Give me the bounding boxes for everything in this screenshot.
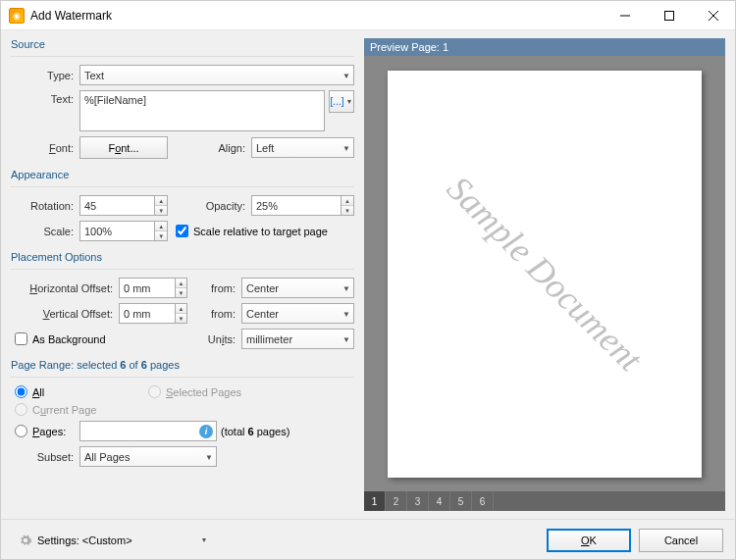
- placement-title: Placement Options: [11, 251, 354, 263]
- range-current-label: Current Page: [32, 404, 96, 416]
- opacity-spinner[interactable]: ▲▼: [251, 195, 354, 216]
- page-tab-1[interactable]: 1: [364, 491, 386, 511]
- as-background-label: As Background: [32, 333, 106, 345]
- scale-relative-label: Scale relative to target page: [193, 226, 328, 237]
- hoff-spinner[interactable]: ▲▼: [119, 278, 187, 298]
- spin-down-icon[interactable]: ▼: [342, 206, 353, 215]
- range-pages-input[interactable]: [79, 421, 217, 441]
- window-title: Add Watermark: [30, 9, 603, 23]
- rotation-spinner[interactable]: ▲▼: [79, 195, 168, 216]
- scale-spinner[interactable]: ▲▼: [79, 221, 168, 241]
- spin-up-icon[interactable]: ▲: [155, 196, 167, 206]
- units-label: Units:: [187, 333, 241, 345]
- subset-select[interactable]: ▼: [79, 446, 217, 467]
- vfrom-select[interactable]: ▼: [241, 303, 354, 324]
- spin-up-icon[interactable]: ▲: [176, 279, 186, 288]
- range-total-label: (total 6 pages): [221, 426, 289, 437]
- type-label: Type:: [11, 70, 79, 81]
- settings-label: Settings:: [37, 535, 79, 546]
- voff-label: Vertical Offset:: [11, 308, 119, 320]
- cancel-button[interactable]: Cancel: [639, 529, 723, 552]
- font-button[interactable]: Font...: [79, 136, 168, 159]
- svg-rect-0: [664, 11, 673, 20]
- ok-button[interactable]: OK: [547, 529, 631, 552]
- titlebar: ◉ Add Watermark: [1, 1, 735, 30]
- range-pages-radio[interactable]: [15, 425, 27, 437]
- as-background-checkbox[interactable]: [15, 332, 27, 345]
- minimize-button[interactable]: [603, 1, 647, 29]
- page-tab-2[interactable]: 2: [386, 491, 407, 511]
- text-input[interactable]: %[FileName]: [79, 90, 325, 131]
- settings-value: <Custom>: [82, 535, 132, 546]
- rotation-label: Rotation:: [11, 200, 79, 212]
- hfrom-label: from:: [187, 282, 241, 294]
- type-select[interactable]: ▼: [79, 65, 354, 85]
- align-label: Align:: [168, 142, 251, 154]
- maximize-button[interactable]: [647, 1, 691, 29]
- appearance-group: Appearance Rotation: ▲▼ Opacity: ▲▼ Scal…: [11, 169, 354, 241]
- placement-group: Placement Options Horizontal Offset: ▲▼ …: [11, 251, 354, 349]
- spin-up-icon[interactable]: ▲: [155, 222, 167, 231]
- range-selected-radio: [148, 385, 161, 398]
- source-title: Source: [11, 38, 354, 50]
- close-icon: [709, 11, 718, 21]
- spin-up-icon[interactable]: ▲: [176, 304, 186, 314]
- gear-icon: [18, 533, 33, 548]
- subset-label: Subset:: [11, 451, 79, 463]
- range-selected-label: Selected Pages: [166, 386, 241, 398]
- preview-page: Sample Document: [388, 71, 702, 478]
- range-group: Page Range: selected 6 of 6 pages All Se…: [11, 359, 354, 467]
- spin-down-icon[interactable]: ▼: [176, 314, 186, 323]
- footer: Settings: <Custom> ▼ OK Cancel: [1, 519, 735, 560]
- app-icon: ◉: [9, 8, 25, 24]
- font-label: Font:: [11, 142, 79, 154]
- scale-label: Scale:: [11, 226, 79, 237]
- spin-down-icon[interactable]: ▼: [176, 288, 186, 297]
- spin-up-icon[interactable]: ▲: [342, 196, 353, 206]
- preview-page-tabs: 1 2 3 4 5 6: [364, 491, 725, 511]
- chevron-down-icon: ▼: [201, 536, 208, 543]
- scale-relative-checkbox[interactable]: [176, 225, 188, 237]
- spin-down-icon[interactable]: ▼: [155, 231, 167, 240]
- source-group: Source Type: ▼ Text: %[FileName] [...]▼ …: [11, 38, 354, 159]
- range-pages-label: Pages:: [32, 426, 66, 437]
- page-tab-6[interactable]: 6: [472, 491, 494, 511]
- watermark-sample: Sample Document: [439, 168, 651, 380]
- preview-area: Sample Document: [364, 56, 725, 491]
- hoff-label: Horizontal Offset:: [11, 282, 119, 294]
- page-tab-5[interactable]: 5: [450, 491, 472, 511]
- hfrom-select[interactable]: ▼: [241, 278, 354, 298]
- maximize-icon: [664, 11, 674, 21]
- info-icon: i: [199, 425, 213, 438]
- vfrom-label: from:: [187, 308, 241, 320]
- page-tab-4[interactable]: 4: [429, 491, 450, 511]
- settings-dropdown[interactable]: Settings: <Custom> ▼: [13, 530, 213, 551]
- range-all-label: All: [32, 386, 44, 398]
- page-tab-3[interactable]: 3: [407, 491, 429, 511]
- align-select[interactable]: ▼: [251, 137, 354, 158]
- text-label: Text:: [11, 90, 79, 105]
- opacity-label: Opacity:: [168, 200, 251, 212]
- minimize-icon: [620, 11, 630, 21]
- close-button[interactable]: [691, 1, 735, 29]
- range-current-radio: [15, 403, 27, 416]
- voff-spinner[interactable]: ▲▼: [119, 303, 187, 324]
- appearance-title: Appearance: [11, 169, 354, 180]
- spin-down-icon[interactable]: ▼: [155, 206, 167, 215]
- preview-header: Preview Page: 1: [364, 38, 725, 56]
- range-all-radio[interactable]: [15, 385, 27, 398]
- macro-button[interactable]: [...]▼: [329, 90, 354, 113]
- range-title: Page Range: selected 6 of 6 pages: [11, 359, 354, 371]
- units-select[interactable]: ▼: [241, 329, 354, 349]
